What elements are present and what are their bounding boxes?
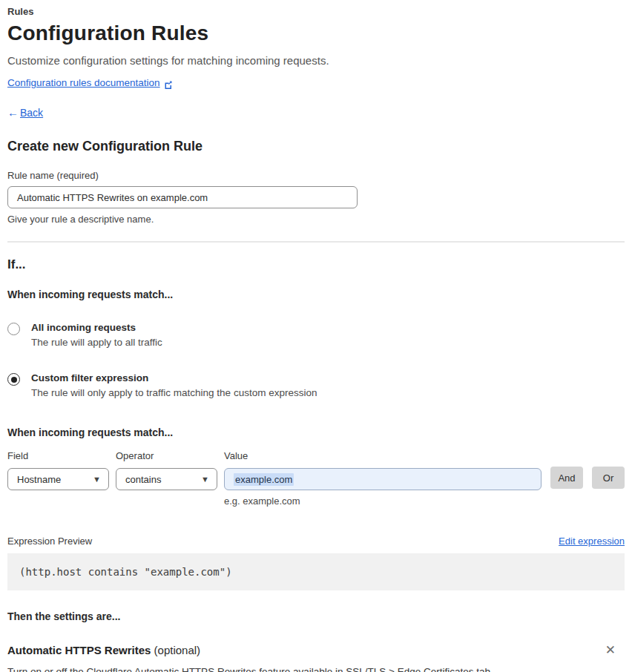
value-input[interactable]: example.com — [224, 468, 542, 490]
setting-description: Turn on or off the Cloudflare Automatic … — [7, 666, 625, 672]
expression-preview-code: (http.host contains "example.com") — [7, 553, 625, 590]
back-arrow-icon: ← — [7, 106, 19, 119]
rule-name-helper: Give your rule a descriptive name. — [7, 214, 625, 225]
value-label: Value — [224, 450, 542, 461]
rule-name-input[interactable]: Automatic HTTPS Rewrites on example.com — [7, 186, 358, 208]
and-button[interactable]: And — [550, 467, 583, 489]
expression-preview-row: Expression Preview Edit expression — [7, 536, 625, 547]
field-select[interactable]: Hostname ▼ — [7, 468, 109, 490]
radio-option-description: The rule will apply to all traffic — [31, 337, 162, 348]
doc-link-row: Configuration rules documentation — [7, 77, 625, 88]
edit-expression-link[interactable]: Edit expression — [559, 536, 625, 547]
value-column: Value example.com — [224, 450, 542, 490]
if-heading: If... — [7, 257, 625, 272]
page-title: Configuration Rules — [7, 22, 625, 45]
then-settings-heading: Then the settings are... — [7, 610, 625, 622]
setting-header: Automatic HTTPS Rewrites (optional) ✕ — [7, 642, 625, 658]
radio-option-label: All incoming requests — [31, 322, 162, 333]
or-button[interactable]: Or — [592, 467, 625, 489]
page-subtitle: Customize configuration settings for mat… — [7, 54, 625, 67]
radio-option-all-requests[interactable]: All incoming requests The rule will appl… — [7, 322, 625, 348]
operator-column: Operator contains ▼ — [116, 450, 217, 490]
breadcrumb: Rules — [7, 6, 625, 17]
radio-icon-selected[interactable] — [7, 373, 20, 386]
rule-name-label: Rule name (required) — [7, 170, 625, 181]
rule-name-value: Automatic HTTPS Rewrites on example.com — [17, 192, 208, 203]
back-link[interactable]: Back — [20, 107, 43, 119]
match-label: When incoming requests match... — [7, 289, 625, 300]
radio-option-text: Custom filter expression The rule will o… — [31, 372, 317, 398]
documentation-link[interactable]: Configuration rules documentation — [7, 77, 160, 88]
radio-option-description: The rule will only apply to traffic matc… — [31, 387, 317, 398]
setting-optional-label: (optional) — [154, 644, 201, 656]
radio-option-text: All incoming requests The rule will appl… — [31, 322, 162, 348]
field-label: Field — [7, 450, 109, 461]
radio-option-label: Custom filter expression — [31, 372, 317, 383]
expression-builder-row: Field Hostname ▼ Operator contains ▼ Val… — [7, 450, 625, 490]
radio-icon-unselected[interactable] — [7, 323, 20, 335]
builder-match-label: When incoming requests match... — [7, 426, 625, 438]
external-link-icon — [164, 79, 173, 88]
expression-preview-label: Expression Preview — [7, 536, 92, 547]
chevron-down-icon: ▼ — [93, 475, 101, 484]
create-rule-heading: Create new Configuration Rule — [7, 139, 625, 154]
setting-title-text: Automatic HTTPS Rewrites — [7, 644, 151, 656]
back-row: ← Back — [7, 106, 625, 119]
chevron-down-icon: ▼ — [201, 475, 209, 484]
section-divider — [7, 241, 625, 243]
operator-select-value: contains — [125, 474, 161, 485]
setting-title: Automatic HTTPS Rewrites (optional) — [7, 644, 200, 656]
close-icon[interactable]: ✕ — [601, 642, 620, 658]
operator-select[interactable]: contains ▼ — [116, 468, 217, 490]
operator-label: Operator — [116, 450, 217, 461]
field-column: Field Hostname ▼ — [7, 450, 109, 490]
value-helper-text: e.g. example.com — [224, 495, 625, 507]
value-input-text: example.com — [234, 473, 294, 486]
field-select-value: Hostname — [17, 474, 61, 485]
radio-option-custom-filter[interactable]: Custom filter expression The rule will o… — [7, 372, 625, 398]
